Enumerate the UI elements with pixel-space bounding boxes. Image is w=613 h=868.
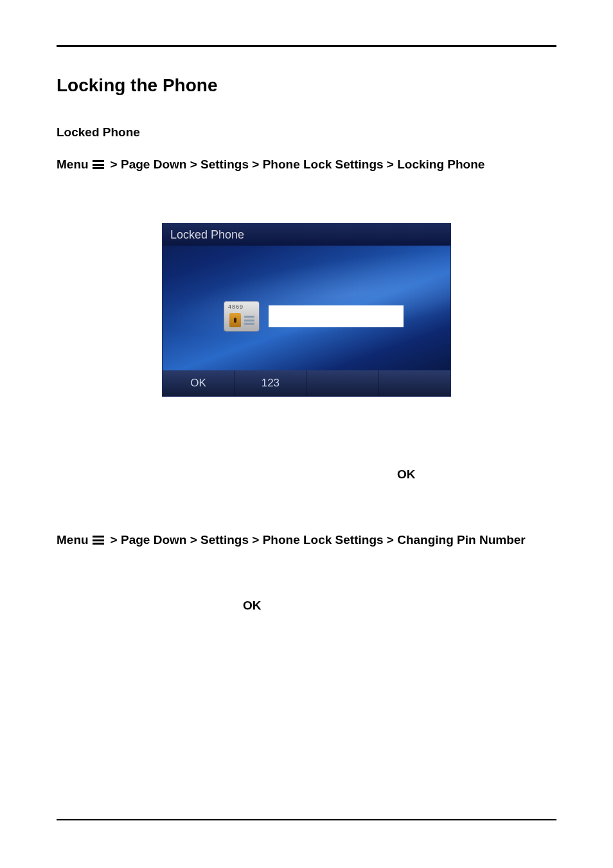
softkey-3[interactable] — [307, 370, 379, 396]
bottom-rule — [57, 819, 556, 820]
softkey-input-mode[interactable]: 123 — [235, 370, 306, 396]
lock-icon: 4869 — [224, 301, 260, 332]
pin-input[interactable] — [269, 305, 404, 327]
nav-path-text: > Page Down > Settings > Phone Lock Sett… — [111, 533, 526, 547]
ok-label-2: OK — [243, 599, 556, 613]
hamburger-icon — [93, 160, 104, 169]
nav-path-text: > Page Down > Settings > Phone Lock Sett… — [111, 158, 485, 172]
menu-label: Menu — [57, 533, 89, 547]
phone-screenshot: Locked Phone 4869 OK 123 — [57, 223, 556, 397]
nav-path-changing-pin: Menu > Page Down > Settings > Phone Lock… — [57, 533, 556, 547]
lock-digits: 4869 — [228, 303, 244, 310]
hamburger-icon — [93, 536, 104, 545]
screen-title: Locked Phone — [163, 224, 450, 246]
top-rule — [57, 45, 556, 47]
section-subheading: Locked Phone — [57, 125, 556, 140]
page-heading: Locking the Phone — [57, 75, 556, 96]
nav-path-locking: Menu > Page Down > Settings > Phone Lock… — [57, 158, 556, 172]
softkey-bar: OK 123 — [163, 370, 450, 396]
ok-label-1: OK — [397, 467, 556, 482]
phone-screen: Locked Phone 4869 OK 123 — [162, 223, 451, 397]
menu-label: Menu — [57, 158, 89, 172]
softkey-4[interactable] — [379, 370, 450, 396]
softkey-ok[interactable]: OK — [163, 370, 235, 396]
